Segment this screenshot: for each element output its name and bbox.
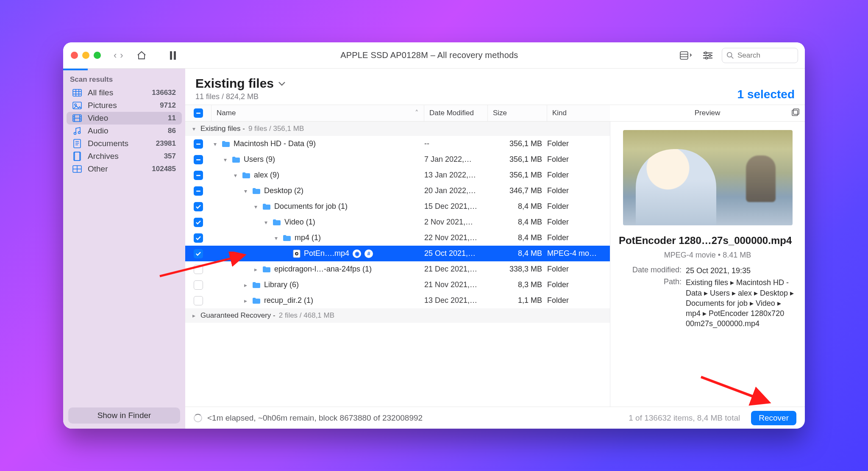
- disclosure-icon[interactable]: ▾: [222, 156, 228, 163]
- svg-point-4: [709, 54, 711, 56]
- file-kind: Folder: [547, 265, 610, 274]
- show-in-finder-button[interactable]: Show in Finder: [68, 407, 180, 424]
- nav-arrows: ‹ ›: [112, 50, 125, 61]
- titlebar: ‹ › APPLE SSD AP0128M – All recovery met…: [63, 42, 805, 69]
- row-checkbox[interactable]: [194, 233, 203, 243]
- preview-thumbnail[interactable]: [623, 130, 793, 225]
- table-row[interactable]: ▸Library (6) 21 Nov 2021,…8,3 MBFolder: [185, 277, 610, 293]
- table-row[interactable]: ▾Macintosh HD - Data (9) --356,1 MBFolde…: [185, 136, 610, 152]
- table-row[interactable]: ▾Users (9) 7 Jan 2022,…356,1 MBFolder: [185, 152, 610, 167]
- disclosure-icon[interactable]: ▸: [242, 282, 249, 288]
- sidebar-item-other[interactable]: Other 102485: [67, 163, 182, 175]
- svg-rect-18: [792, 110, 798, 116]
- home-button[interactable]: [134, 48, 150, 63]
- page-title[interactable]: Existing files: [195, 76, 286, 91]
- forward-button[interactable]: ›: [118, 50, 125, 61]
- table-row[interactable]: ▾Video (1) 2 Nov 2021,…8,4 MBFolder: [185, 214, 610, 230]
- select-all-checkbox[interactable]: [194, 108, 203, 118]
- row-checkbox[interactable]: [194, 218, 203, 227]
- row-checkbox[interactable]: [194, 265, 203, 274]
- search-input[interactable]: [737, 51, 793, 60]
- spinner-icon: [194, 414, 202, 422]
- file-date: 21 Nov 2021,…: [424, 280, 488, 289]
- group-header-guaranteed[interactable]: ▸ Guaranteed Recovery - 2 files / 468,1 …: [185, 308, 610, 323]
- disclosure-icon[interactable]: ▸: [252, 266, 259, 273]
- folder-icon: [222, 141, 230, 147]
- group-meta: 9 files / 356,1 MB: [248, 125, 304, 133]
- row-checkbox[interactable]: [194, 202, 203, 211]
- svg-rect-21: [196, 159, 200, 161]
- table-row[interactable]: ▾Documents for job (1) 15 Dec 2021,…8,4 …: [185, 199, 610, 214]
- sidebar-item-archives[interactable]: Archives 357: [67, 150, 182, 163]
- sidebar-item-pictures[interactable]: Pictures 9712: [67, 99, 182, 112]
- sidebar-item-all-files[interactable]: All files 136632: [67, 86, 182, 99]
- table-row[interactable]: ▸epicdragon-l…-ana-24fps (1) 21 Dec 2021…: [185, 261, 610, 277]
- table-row[interactable]: ▾mp4 (1) 22 Nov 2021,…8,4 MBFolder: [185, 230, 610, 246]
- disclosure-icon[interactable]: ▸: [242, 297, 249, 304]
- disclosure-icon[interactable]: ▾: [242, 188, 249, 194]
- column-date[interactable]: Date Modified: [424, 105, 488, 121]
- back-button[interactable]: ‹: [112, 50, 118, 61]
- preview-date-value: 25 Oct 2021, 19:35: [686, 266, 797, 276]
- disclosure-icon[interactable]: ▾: [232, 172, 239, 179]
- file-name: Documents for job (1): [274, 202, 348, 211]
- svg-rect-1: [174, 51, 176, 60]
- sidebar-item-count: 86: [168, 127, 176, 135]
- window-controls: [71, 52, 101, 59]
- sidebar-item-audio[interactable]: Audio 86: [67, 125, 182, 137]
- quicklook-icon[interactable]: ◉: [353, 249, 361, 258]
- row-checkbox[interactable]: [194, 171, 203, 180]
- row-checkbox[interactable]: [194, 155, 203, 164]
- file-size: 8,4 MB: [488, 218, 547, 227]
- sidebar-header: Scan results: [63, 70, 185, 86]
- row-checkbox[interactable]: [194, 186, 203, 196]
- show-in-finder-label: Show in Finder: [97, 411, 151, 420]
- sidebar-item-label: Other: [88, 164, 108, 174]
- status-right: 1 of 136632 items, 8,4 MB total: [629, 413, 740, 423]
- file-date: 20 Jan 2022,…: [424, 186, 488, 195]
- row-checkbox[interactable]: [194, 139, 203, 149]
- disclosure-icon[interactable]: ▾: [273, 235, 279, 241]
- table-row[interactable]: PotEn….mp4 ◉ #25 Oct 2021,…8,4 MBMPEG-4 …: [185, 246, 610, 261]
- preview-file-title: PotEncoder 1280…27s_000000.mp4: [618, 235, 797, 247]
- sidebar-item-label: Audio: [88, 126, 108, 136]
- recover-button[interactable]: Recover: [751, 411, 796, 425]
- column-size[interactable]: Size: [488, 105, 547, 121]
- minimize-window-button[interactable]: [82, 52, 89, 59]
- row-checkbox[interactable]: [194, 249, 203, 258]
- file-size: 8,4 MB: [488, 202, 547, 211]
- search-field[interactable]: [722, 48, 798, 63]
- disclosure-icon[interactable]: ▾: [211, 141, 218, 147]
- column-name[interactable]: Name ˄: [211, 105, 424, 121]
- file-date: 15 Dec 2021,…: [424, 202, 488, 211]
- sidebar-item-count: 102485: [152, 165, 176, 173]
- row-checkbox[interactable]: [194, 296, 203, 305]
- sort-asc-icon: ˄: [415, 109, 419, 118]
- view-mode-button[interactable]: [678, 48, 694, 63]
- disclosure-icon[interactable]: ▾: [252, 203, 259, 210]
- file-kind: MPEG-4 mo…: [547, 249, 610, 258]
- sidebar-item-documents[interactable]: Documents 23981: [67, 137, 182, 150]
- file-name: recup_dir.2 (1): [264, 296, 313, 305]
- disclosure-icon[interactable]: ▾: [262, 219, 269, 226]
- open-external-button[interactable]: [791, 108, 800, 119]
- filter-button[interactable]: [700, 48, 716, 63]
- file-date: 21 Dec 2021,…: [424, 265, 488, 274]
- pause-button[interactable]: [165, 48, 181, 63]
- file-size: 356,1 MB: [488, 139, 547, 148]
- recover-button-label: Recover: [759, 413, 789, 422]
- zoom-window-button[interactable]: [94, 52, 101, 59]
- file-size: 356,1 MB: [488, 155, 547, 164]
- hex-view-icon[interactable]: #: [364, 249, 373, 258]
- table-row[interactable]: ▾Desktop (2) 20 Jan 2022,…346,7 MBFolder: [185, 183, 610, 199]
- group-header-existing[interactable]: ▾ Existing files - 9 files / 356,1 MB: [185, 122, 610, 136]
- row-checkbox[interactable]: [194, 280, 203, 290]
- table-row[interactable]: ▸recup_dir.2 (1) 13 Dec 2021,…1,1 MBFold…: [185, 293, 610, 308]
- file-date: 13 Jan 2022,…: [424, 171, 488, 180]
- folder-icon: [273, 219, 281, 226]
- sidebar-item-video[interactable]: Video 11: [67, 112, 182, 125]
- column-kind[interactable]: Kind: [547, 105, 610, 121]
- window-title: APPLE SSD AP0128M – All recovery methods: [186, 50, 673, 60]
- table-row[interactable]: ▾alex (9) 13 Jan 2022,…356,1 MBFolder: [185, 167, 610, 183]
- close-window-button[interactable]: [71, 52, 78, 59]
